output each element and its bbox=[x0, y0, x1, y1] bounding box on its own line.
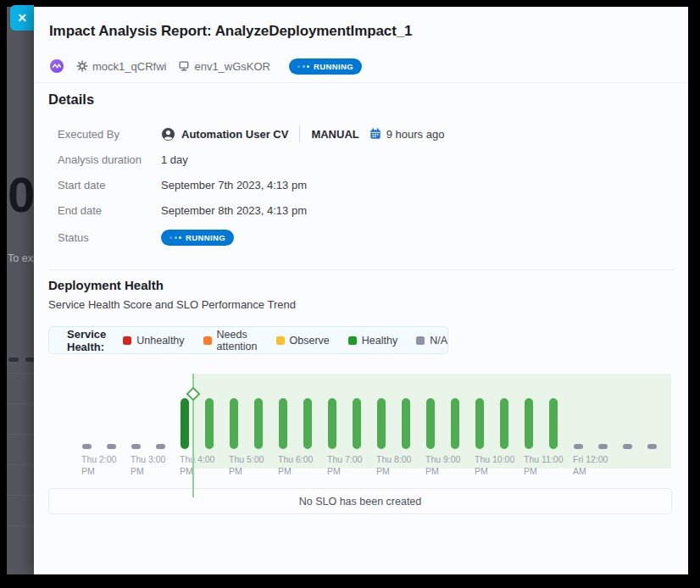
running-dots-icon bbox=[169, 236, 181, 239]
value-separator bbox=[299, 125, 300, 142]
deployment-health-subheading: Service Health Score and SLO Performance… bbox=[48, 298, 296, 311]
x-axis-tick: Thu 8:00PM bbox=[376, 453, 427, 477]
close-icon: ✕ bbox=[17, 11, 27, 25]
health-bar-deploy[interactable] bbox=[181, 398, 189, 449]
end-date-label: End date bbox=[58, 204, 161, 217]
running-dots-icon bbox=[297, 65, 309, 68]
service-meta: mock1_qCRfwi bbox=[76, 60, 166, 73]
trigger-type: MANUAL bbox=[311, 128, 358, 141]
health-bar-na[interactable] bbox=[574, 444, 583, 449]
health-bar-healthy[interactable] bbox=[402, 398, 410, 449]
health-bar-na[interactable] bbox=[156, 444, 165, 449]
legend-swatch-icon bbox=[203, 336, 212, 345]
environment-icon bbox=[178, 60, 190, 72]
detail-row-executed-by: Executed By Automation User CV MANUAL bbox=[58, 125, 444, 142]
legend-title: Service Health: bbox=[67, 328, 108, 353]
close-drawer-button[interactable]: ✕ bbox=[10, 5, 34, 31]
details-status-badge: RUNNING bbox=[161, 230, 234, 246]
health-bar-na[interactable] bbox=[647, 444, 657, 449]
end-date-value: September 8th 2023, 4:13 pm bbox=[161, 204, 307, 217]
analysis-duration-value: 1 day bbox=[161, 153, 188, 166]
legend-swatch-icon bbox=[123, 336, 131, 345]
legend-item: Needs attention bbox=[203, 329, 258, 352]
details-heading: Details bbox=[48, 92, 94, 108]
legend-swatch-icon bbox=[276, 336, 285, 345]
status-label: Status bbox=[58, 231, 161, 244]
legend-label: Healthy bbox=[362, 335, 397, 347]
section-divider bbox=[48, 269, 674, 270]
health-bar-healthy[interactable] bbox=[279, 398, 287, 449]
health-bar-na[interactable] bbox=[131, 444, 141, 449]
x-axis-tick: Thu 6:00PM bbox=[278, 453, 329, 477]
health-bar-healthy[interactable] bbox=[377, 398, 386, 449]
service-health-legend: Service Health: UnhealthyNeeds attention… bbox=[48, 326, 448, 354]
health-bar-healthy[interactable] bbox=[549, 398, 558, 449]
executed-by-user: Automation User CV bbox=[181, 128, 288, 141]
x-axis-tick: Thu 11:00PM bbox=[524, 453, 575, 477]
dimmed-background-page: 0 To exp bbox=[7, 7, 34, 574]
impact-analysis-report-drawer: Impact Analysis Report: AnalyzeDeploymen… bbox=[34, 7, 688, 574]
health-bar-healthy[interactable] bbox=[475, 398, 484, 449]
executed-by-label: Executed By bbox=[58, 128, 161, 141]
legend-label: Observe bbox=[290, 335, 330, 347]
page-title: Impact Analysis Report: AnalyzeDeploymen… bbox=[49, 23, 412, 40]
legend-swatch-icon bbox=[416, 336, 425, 345]
health-bar-na[interactable] bbox=[623, 444, 632, 449]
x-axis-tick: Thu 3:00PM bbox=[131, 453, 181, 477]
header-divider bbox=[34, 82, 688, 83]
header-status-label: RUNNING bbox=[314, 62, 353, 71]
gear-icon bbox=[76, 60, 88, 72]
background-row-divider bbox=[7, 403, 34, 404]
health-bar-na[interactable] bbox=[598, 444, 608, 449]
x-axis-tick: Thu 5:00PM bbox=[229, 453, 280, 477]
service-name: mock1_qCRfwi bbox=[92, 60, 166, 73]
legend-label: N/A bbox=[430, 335, 447, 347]
calendar-icon bbox=[369, 128, 381, 140]
detail-row-end-date: End date September 8th 2023, 4:13 pm bbox=[58, 202, 307, 219]
background-metric-value: 0 bbox=[8, 166, 34, 223]
environment-meta: env1_wGsKOR bbox=[178, 60, 270, 73]
detail-row-analysis-duration: Analysis duration 1 day bbox=[58, 151, 188, 168]
health-bar-healthy[interactable] bbox=[230, 398, 238, 449]
executed-time-ago: 9 hours ago bbox=[386, 128, 445, 141]
legend-item: Healthy bbox=[348, 335, 397, 347]
legend-items: UnhealthyNeeds attentionObserveHealthyN/… bbox=[123, 329, 447, 352]
background-row-divider bbox=[7, 464, 34, 465]
x-axis-tick: Thu 4:00PM bbox=[180, 453, 231, 477]
header-status-badge: RUNNING bbox=[289, 58, 362, 75]
detail-row-start-date: Start date September 7th 2023, 4:13 pm bbox=[58, 176, 307, 193]
deployment-health-heading: Deployment Health bbox=[48, 278, 164, 292]
legend-label: Needs attention bbox=[217, 329, 258, 352]
health-bar-healthy[interactable] bbox=[451, 398, 459, 449]
health-bar-healthy[interactable] bbox=[426, 398, 435, 449]
legend-item: Unhealthy bbox=[123, 335, 184, 347]
start-date-label: Start date bbox=[58, 179, 161, 191]
x-axis-tick: Fri 12:00AM bbox=[573, 453, 624, 477]
background-row-divider bbox=[7, 525, 34, 526]
background-row-divider bbox=[7, 373, 34, 374]
legend-item: N/A bbox=[416, 335, 447, 347]
health-bar-na[interactable] bbox=[107, 444, 116, 449]
health-bar-healthy[interactable] bbox=[303, 398, 312, 449]
background-row-divider bbox=[7, 495, 34, 496]
health-bar-healthy[interactable] bbox=[353, 398, 361, 449]
analysis-duration-label: Analysis duration bbox=[58, 153, 161, 166]
health-bar-healthy[interactable] bbox=[254, 398, 263, 449]
details-status-value: RUNNING bbox=[186, 233, 225, 242]
user-avatar-icon bbox=[161, 127, 175, 141]
srm-module-icon bbox=[49, 58, 64, 74]
health-trend-chart: Thu 2:00PMThu 3:00PMThu 4:00PMThu 5:00PM… bbox=[51, 369, 674, 504]
health-bar-healthy[interactable] bbox=[328, 398, 336, 449]
health-bar-healthy[interactable] bbox=[525, 398, 533, 449]
slo-empty-message: No SLO has been created bbox=[299, 496, 422, 508]
x-axis-tick: Thu 9:00PM bbox=[425, 453, 476, 477]
detail-row-status: Status RUNNING bbox=[58, 229, 234, 246]
legend-label: Unhealthy bbox=[136, 335, 184, 347]
legend-swatch-icon bbox=[348, 336, 357, 345]
health-bar-na[interactable] bbox=[82, 444, 92, 449]
start-date-value: September 7th 2023, 4:13 pm bbox=[161, 179, 307, 191]
health-bar-healthy[interactable] bbox=[500, 398, 508, 449]
x-axis-tick: Thu 7:00PM bbox=[327, 453, 378, 477]
background-bar-fragment bbox=[25, 358, 34, 362]
health-bar-healthy[interactable] bbox=[205, 398, 214, 449]
